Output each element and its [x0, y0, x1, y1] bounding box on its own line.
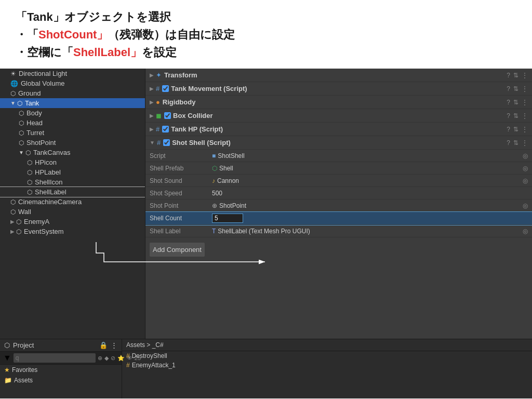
prop-shot-sound-text: Cannon	[217, 177, 239, 184]
shot-shell-menu-icon[interactable]: ⋮	[522, 139, 528, 147]
hierarchy-item-hpicon[interactable]: ⬡ HPicon	[0, 157, 145, 167]
project-panel: ⬡ Project 🔒 ⋮ ▼ ⊕ ◆ ⊘ ⭐ 👁 25 ★ Favo	[0, 339, 532, 398]
shot-shell-script-icon: #	[157, 139, 161, 147]
rigidbody-component-row[interactable]: ▶ ● Rigidbody ? ⇅ ⋮	[145, 96, 532, 109]
shelllabel-icon: ⬡	[27, 189, 32, 196]
box-collider-component-row[interactable]: ▶ ◼ Box Collider ? ⇅ ⋮	[145, 109, 532, 123]
box-collider-settings-icon[interactable]: ⇅	[513, 112, 518, 119]
shot-shell-settings-icon[interactable]: ⇅	[513, 139, 518, 147]
prop-script-value[interactable]: ■ ShotShell ◎	[212, 152, 528, 159]
rigidbody-settings-icon[interactable]: ⇅	[513, 99, 518, 106]
prop-shell-prefab-label: Shell Prefab	[150, 165, 212, 172]
search-icon-1[interactable]: ⊕	[98, 355, 102, 362]
hierarchy-item-eventsystem[interactable]: ▶ ⬡ EventSystem	[0, 227, 145, 236]
prop-shot-speed-value[interactable]: 500	[212, 190, 528, 197]
bullet-1: 「Tank」オブジェクトを選択	[16, 9, 516, 25]
favorites-item[interactable]: ★ Favorites	[0, 365, 122, 375]
hierarchy-item-enemya[interactable]: ▶ ⬡ EnemyA	[0, 217, 145, 227]
tank-hp-settings-icon[interactable]: ⇅	[513, 126, 518, 133]
prop-shot-point-icon: ⊕	[212, 202, 217, 209]
rigidbody-icon: ●	[156, 98, 160, 106]
rigidbody-help-icon[interactable]: ?	[507, 99, 510, 106]
tank-hp-help-icon[interactable]: ?	[507, 126, 510, 133]
transform-settings-icon[interactable]: ⇅	[513, 72, 518, 79]
shelllabel-label: ShellLabel	[35, 188, 66, 196]
hierarchy-item-global-volume[interactable]: 🌐 Global Volume	[0, 78, 145, 88]
bullet-1-text: 「Tank」オブジェクトを選択	[16, 10, 171, 23]
tank-movement-expand-btn[interactable]: ▶	[150, 86, 154, 91]
bullet-2-highlight: ShotCount」	[38, 28, 108, 41]
hierarchy-item-ground[interactable]: ⬡ Ground	[0, 88, 145, 98]
prop-script-text: ShotShell	[218, 152, 244, 159]
add-component-button[interactable]: Add Component	[150, 243, 205, 257]
hierarchy-item-hplabel[interactable]: ⬡ HPLabel	[0, 167, 145, 177]
box-collider-help-icon[interactable]: ?	[507, 112, 510, 119]
enemya-label: EnemyA	[24, 218, 49, 225]
tank-movement-checkbox[interactable]	[162, 85, 169, 92]
tank-expand-arrow: ▼	[10, 100, 16, 106]
assets-path-text: Assets > _C#	[126, 341, 164, 349]
box-collider-menu-icon[interactable]: ⋮	[522, 112, 528, 119]
filter-dropdown-icon[interactable]: ▼	[3, 353, 11, 363]
prop-shell-count-value[interactable]	[212, 214, 528, 223]
tank-hp-checkbox[interactable]	[162, 126, 169, 132]
search-icon-2[interactable]: ◆	[104, 355, 109, 362]
hierarchy-item-turret[interactable]: ⬡ Turret	[0, 128, 145, 138]
shot-shell-expand-btn[interactable]: ▼	[150, 140, 155, 145]
hierarchy-item-shellicon[interactable]: ⬡ ShellIcon	[0, 177, 145, 187]
tank-hp-script-icon: #	[156, 125, 159, 133]
tank-movement-component-row[interactable]: ▶ # Tank Movement (Script) ? ⇅ ⋮	[145, 82, 532, 96]
transform-expand-btn[interactable]: ▶	[150, 72, 154, 78]
transform-component-row[interactable]: ▶ ✦ Transform ? ⇅ ⋮	[145, 69, 532, 82]
ground-label: Ground	[18, 89, 41, 97]
prop-shell-label-value[interactable]: T ShellLabel (Text Mesh Pro UGUI) ◎	[212, 228, 528, 235]
shot-shell-actions: ? ⇅ ⋮	[507, 139, 528, 147]
tank-hp-expand-btn[interactable]: ▶	[150, 126, 154, 132]
project-search-bar[interactable]: ▼ ⊕ ◆ ⊘ ⭐ 👁 25	[0, 352, 122, 365]
ground-icon: ⬡	[10, 90, 16, 97]
hierarchy-item-directional-light[interactable]: ☀ Directional Light	[0, 69, 145, 78]
prop-shot-point-value[interactable]: ⊕ ShotPoint ◎	[212, 202, 528, 209]
project-panel-icon: ⬡	[4, 341, 10, 349]
project-menu-icon[interactable]: ⋮	[111, 341, 117, 349]
hierarchy-item-wall[interactable]: ⬡ Wall	[0, 207, 145, 217]
search-icon-3[interactable]: ⊘	[111, 355, 115, 362]
rigidbody-expand-btn[interactable]: ▶	[150, 99, 154, 105]
hierarchy-item-shotpoint[interactable]: ⬡ ShotPoint	[0, 138, 145, 148]
tank-movement-help-icon[interactable]: ?	[507, 85, 510, 92]
prop-shot-speed-text: 500	[212, 190, 222, 197]
transform-menu-icon[interactable]: ⋮	[522, 72, 528, 79]
assets-item[interactable]: 📁 Assets	[0, 375, 122, 385]
box-collider-expand-btn[interactable]: ▶	[150, 113, 154, 118]
favorites-star-icon: ★	[4, 366, 10, 374]
prop-script-label: Script	[150, 152, 212, 159]
tank-hp-menu-icon[interactable]: ⋮	[522, 126, 528, 133]
prop-shell-prefab-value[interactable]: ⬡ Shell ◎	[212, 165, 528, 172]
tank-hp-component-row[interactable]: ▶ # Tank HP (Script) ? ⇅ ⋮	[145, 123, 532, 136]
shot-shell-component-row[interactable]: ▼ # Shot Shell (Script) ? ⇅ ⋮	[145, 136, 532, 150]
project-search-input[interactable]	[14, 353, 96, 363]
file-item-enemyattack[interactable]: # EnemyAttack_1	[122, 361, 532, 370]
prop-shot-sound-value[interactable]: ♪ Cannon ◎	[212, 177, 528, 184]
transform-help-icon[interactable]: ?	[507, 72, 510, 79]
hierarchy-item-tankcanvas[interactable]: ▼ ⬡ TankCanvas	[0, 148, 145, 157]
hierarchy-item-body[interactable]: ⬡ Body	[0, 108, 145, 118]
hierarchy-item-tank[interactable]: ▼ ⬡ Tank	[0, 98, 145, 108]
hierarchy-item-head[interactable]: ⬡ Head	[0, 118, 145, 128]
shell-count-input[interactable]	[212, 214, 243, 223]
file-item-destroyshell[interactable]: # DestroyShell	[122, 351, 532, 361]
hierarchy-item-cinemachine[interactable]: ⬡ CinemachineCamera	[0, 197, 145, 207]
box-collider-checkbox[interactable]	[164, 112, 171, 119]
rigidbody-menu-icon[interactable]: ⋮	[522, 99, 528, 106]
bullet-3-highlight: ShellLabel」	[73, 46, 142, 59]
tank-movement-menu-icon[interactable]: ⋮	[522, 85, 528, 92]
hierarchy-item-shelllabel[interactable]: ⬡ ShellLabel	[0, 187, 145, 197]
bullet-2: ・「ShotCount」（残弾数）は自由に設定	[16, 27, 516, 43]
tank-movement-settings-icon[interactable]: ⇅	[513, 85, 518, 92]
box-collider-label: Box Collider	[173, 112, 507, 119]
shot-shell-help-icon[interactable]: ?	[507, 139, 510, 147]
tank-hp-actions: ? ⇅ ⋮	[507, 126, 528, 133]
project-lock-icon[interactable]: 🔒	[99, 341, 108, 349]
shot-shell-checkbox[interactable]	[163, 139, 170, 146]
prop-shot-sound-label: Shot Sound	[150, 177, 212, 184]
